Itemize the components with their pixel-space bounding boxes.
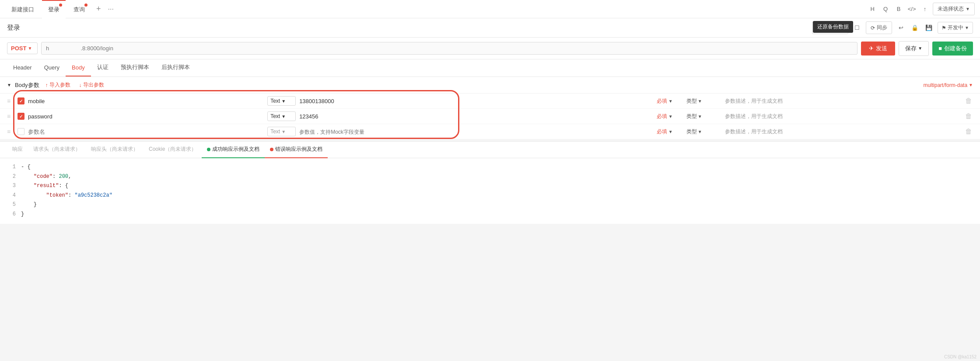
resp-tab-cookie[interactable]: Cookie（尚未请求） (144, 142, 202, 158)
resp-tab-success-example[interactable]: 成功响应示例及文档 (202, 142, 265, 158)
code-line-6: 6 } (0, 210, 980, 219)
b-icon-btn[interactable]: B (893, 4, 904, 14)
required-cell-mobile: 必填 ▼ (657, 97, 683, 105)
tab-query[interactable]: 查询 (67, 0, 91, 18)
delete-btn-password[interactable]: 🗑 (964, 112, 973, 120)
dev-mode-chevron: ▼ (965, 25, 969, 30)
tab-auth[interactable]: 认证 (91, 59, 115, 76)
h-icon-btn[interactable]: H (867, 4, 878, 14)
param-name-input-placeholder[interactable] (28, 128, 264, 135)
tab-more-button[interactable]: ··· (106, 5, 116, 13)
send-button[interactable]: ✈ 发送 (861, 42, 895, 56)
required-badge-2: 必填 (657, 113, 667, 120)
param-value-input-mobile[interactable] (299, 98, 653, 104)
lock-icon-btn[interactable]: 🔒 (910, 23, 920, 33)
code-line-2: 2 "code": 200, (0, 172, 980, 182)
tab-pre-script[interactable]: 预执行脚本 (115, 59, 155, 76)
page-title: 登录 (7, 24, 20, 32)
checkbox-mobile[interactable]: ✓ (18, 97, 24, 104)
sync-btn[interactable]: ⟳ 同步 (866, 21, 892, 34)
resp-tab-response-header[interactable]: 响应头（尚未请求） (86, 142, 144, 158)
form-type-label: multipart/form-data (923, 82, 967, 88)
export-params-btn[interactable]: ↓ 导出参数 (77, 80, 107, 90)
param-name-input-password[interactable] (28, 113, 264, 120)
checkbox-password[interactable]: ✓ (18, 113, 24, 120)
code-icon-btn[interactable]: </> (906, 4, 917, 14)
type-select-password[interactable]: Text ▼ (267, 111, 296, 121)
code-line-1: 1 - { (0, 163, 980, 172)
type-cell-chevron-2[interactable]: ▼ (698, 114, 702, 119)
resp-tab-response[interactable]: 响应 (7, 142, 28, 158)
checkbox-placeholder[interactable] (18, 128, 24, 135)
resp-tab-error-example[interactable]: 错误响应示例及文档 (265, 142, 328, 158)
q-icon-btn[interactable]: Q (880, 4, 891, 14)
params-table: ≡ ✓ Text ▼ 必填 ▼ 类型 (0, 94, 980, 139)
tab-add-button[interactable]: + (93, 4, 105, 14)
backup-button[interactable]: ■ 创建备份 (932, 42, 973, 56)
param-name-cell-mobile (28, 98, 264, 104)
param-name-input-mobile[interactable] (28, 98, 264, 104)
status-select-btn[interactable]: 未选择状态 ▼ (933, 3, 975, 15)
dev-mode-icon: ⚑ (942, 25, 946, 31)
sync-label: 同步 (877, 24, 887, 31)
tab-body[interactable]: Body (66, 59, 91, 76)
param-value-cell-mobile (299, 98, 653, 104)
url-bar: POST ▼ ✈ 发送 保存 ▼ ■ 创建备份 (0, 38, 980, 59)
param-value-cell-placeholder (299, 128, 653, 135)
upload-icon-btn[interactable]: ↑ (920, 4, 930, 14)
param-value-input-password[interactable] (299, 113, 653, 120)
param-name-cell-placeholder (28, 128, 264, 135)
param-row-password: ≡ ✓ Text ▼ 必填 ▼ 类型 (0, 109, 980, 124)
tab-query[interactable]: Query (38, 59, 66, 76)
backup-label: 创建备份 (944, 45, 967, 52)
sync-icon: ⟳ (871, 25, 875, 31)
type-cell-chevron[interactable]: ▼ (698, 99, 702, 104)
url-input[interactable] (41, 42, 858, 55)
import-params-btn[interactable]: ↑ 导入参数 (43, 80, 73, 90)
send-label: 发送 (876, 45, 887, 52)
tab-login[interactable]: 登录 (42, 0, 66, 18)
code-line-3: 3 "result": { (0, 181, 980, 191)
required-chevron-2[interactable]: ▼ (668, 114, 673, 119)
delete-btn-mobile[interactable]: 🗑 (964, 97, 973, 105)
required-cell-password: 必填 ▼ (657, 113, 683, 120)
desc-cell-password: 参数描述，用于生成文档 (725, 113, 961, 120)
resp-tab-request-header[interactable]: 请求头（尚未请求） (28, 142, 86, 158)
tab-new-connection[interactable]: 新建接口 (5, 0, 40, 18)
form-type-select[interactable]: multipart/form-data ▼ (923, 82, 973, 88)
method-chevron: ▼ (28, 46, 32, 51)
param-tabs: Header Query Body 认证 预执行脚本 后执行脚本 (0, 59, 980, 77)
drag-handle[interactable]: ≡ (7, 97, 14, 104)
tab-post-script[interactable]: 后执行脚本 (155, 59, 196, 76)
share-icon-btn[interactable]: ↩ (896, 23, 906, 33)
type-select-placeholder[interactable]: Text ▼ (267, 127, 296, 136)
dev-mode-label: 开发中 (948, 24, 963, 31)
param-value-input-placeholder[interactable] (299, 129, 653, 135)
drag-handle-2[interactable]: ≡ (7, 113, 14, 120)
code-line-4: 4 "token": "a9c5238c2a" (0, 191, 980, 201)
delete-btn-placeholder[interactable]: 🗑 (964, 128, 973, 135)
collapse-icon[interactable]: ▼ (7, 83, 11, 87)
type-chevron: ▼ (281, 99, 286, 104)
desc-cell-placeholder: 参数描述，用于生成文档 (725, 128, 961, 135)
method-select[interactable]: POST ▼ (7, 42, 38, 54)
required-chevron[interactable]: ▼ (668, 99, 673, 104)
body-header: ▼ Body参数 ↑ 导入参数 ↓ 导出参数 multipart/form-da… (0, 77, 980, 94)
drag-handle-3[interactable]: ≡ (7, 128, 14, 135)
type-cell-placeholder: 类型 ▼ (686, 128, 721, 135)
required-badge: 必填 (657, 97, 667, 105)
tab-header[interactable]: Header (7, 59, 38, 76)
toolbar: 登录 还原备份数据 ▶ 接口说明 ☐ ⟳ 同步 ↩ 🔒 💾 ⚑ 开发中 ▼ (0, 18, 980, 38)
type-select-mobile[interactable]: Text ▼ (267, 96, 296, 106)
backup-icon: ■ (938, 45, 942, 52)
copy-icon-btn[interactable]: ☐ (852, 23, 862, 33)
dev-mode-btn[interactable]: ⚑ 开发中 ▼ (938, 22, 973, 34)
save-button[interactable]: 保存 ▼ (899, 41, 929, 56)
type-chevron-2: ▼ (281, 114, 286, 119)
restore-tooltip: 还原备份数据 (813, 21, 853, 33)
method-label: POST (11, 45, 26, 52)
success-dot (207, 148, 210, 151)
param-row-placeholder: ≡ Text ▼ 必填 ▼ 类型 ▼ (0, 124, 980, 139)
save-icon-btn[interactable]: 💾 (924, 23, 934, 33)
export-arrow-icon: ↓ (79, 82, 82, 88)
